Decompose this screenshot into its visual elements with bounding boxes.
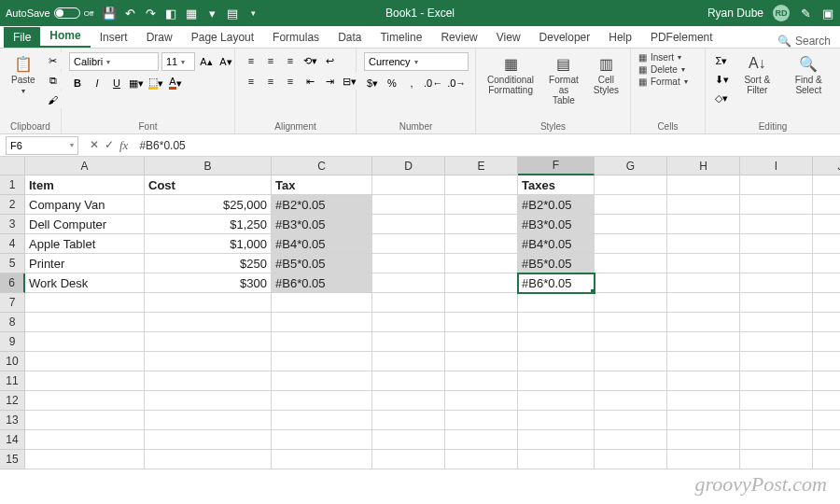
cell-A3[interactable]: Dell Computer (25, 215, 145, 234)
cell-G13[interactable] (595, 411, 667, 430)
italic-button[interactable]: I (89, 75, 105, 91)
cell-I8[interactable] (740, 313, 813, 332)
tab-page-layout[interactable]: Page Layout (182, 27, 263, 48)
cell-A13[interactable] (25, 411, 145, 430)
row-header-1[interactable]: 1 (0, 175, 25, 195)
cell-H11[interactable] (667, 371, 740, 391)
ribbon-options-icon[interactable]: ▣ (821, 7, 834, 20)
formula-input[interactable]: #B6*0.05 (133, 139, 840, 152)
cell-D3[interactable] (372, 215, 445, 234)
cell-E11[interactable] (445, 371, 518, 391)
cell-H1[interactable] (667, 175, 740, 195)
cell-G2[interactable] (595, 195, 667, 215)
autosum-icon[interactable]: Σ▾ (713, 52, 730, 69)
cell-E2[interactable] (445, 195, 518, 215)
cell-A2[interactable]: Company Van (25, 195, 145, 215)
cell-C2[interactable]: #B2*0.05 (272, 195, 372, 215)
cell-J8[interactable] (813, 313, 840, 332)
cell-G3[interactable] (595, 215, 667, 234)
cell-E15[interactable] (445, 450, 518, 469)
cell-area[interactable]: ItemCostTaxTaxesCompany Van$25,000#B2*0.… (25, 175, 840, 469)
cell-F7[interactable] (518, 293, 595, 313)
cell-B13[interactable] (145, 411, 272, 430)
underline-button[interactable]: U (108, 75, 125, 91)
cell-J7[interactable] (813, 293, 840, 313)
tab-home[interactable]: Home (40, 25, 90, 48)
cell-I4[interactable] (740, 234, 813, 254)
cell-B11[interactable] (145, 371, 272, 391)
tab-formulas[interactable]: Formulas (263, 27, 329, 48)
sort-filter-button[interactable]: A↓ Sort & Filter (735, 52, 779, 97)
search-box[interactable]: 🔍 Search (768, 35, 840, 48)
fx-icon[interactable]: fx (119, 138, 128, 153)
tab-draw[interactable]: Draw (137, 27, 182, 48)
cell-J4[interactable] (813, 234, 840, 254)
number-format-combo[interactable]: Currency▾ (364, 52, 469, 71)
row-header-9[interactable]: 9 (0, 332, 25, 352)
align-top-icon[interactable]: ≡ (243, 52, 259, 69)
qat-dropdown-icon[interactable]: ▾ (246, 7, 259, 20)
accept-formula-icon[interactable]: ✓ (105, 138, 114, 153)
tab-pdfelement[interactable]: PDFelement (641, 27, 722, 48)
tab-insert[interactable]: Insert (91, 27, 137, 48)
cell-F11[interactable] (518, 371, 595, 391)
align-middle-icon[interactable]: ≡ (262, 52, 279, 69)
cell-F9[interactable] (518, 332, 595, 352)
cell-G11[interactable] (595, 371, 667, 391)
cell-E4[interactable] (445, 234, 518, 254)
cell-D2[interactable] (372, 195, 445, 215)
cell-H4[interactable] (667, 234, 740, 254)
cell-styles-button[interactable]: ▥ Cell Styles (590, 52, 623, 97)
cell-H13[interactable] (667, 411, 740, 430)
cell-F10[interactable] (518, 352, 595, 371)
cell-F4[interactable]: #B4*0.05 (518, 234, 595, 254)
font-color-icon[interactable]: A▾ (167, 75, 184, 91)
cell-J6[interactable] (813, 273, 840, 293)
cell-B4[interactable]: $1,000 (145, 234, 272, 254)
cell-H2[interactable] (667, 195, 740, 215)
cell-F5[interactable]: #B5*0.05 (518, 254, 595, 273)
increase-decimal-icon[interactable]: .0← (423, 75, 443, 91)
row-header-8[interactable]: 8 (0, 313, 25, 332)
cell-G14[interactable] (595, 430, 667, 450)
cell-D4[interactable] (372, 234, 445, 254)
tab-data[interactable]: Data (329, 27, 371, 48)
cell-H9[interactable] (667, 332, 740, 352)
copy-icon[interactable]: ⧉ (45, 72, 62, 89)
cell-I5[interactable] (740, 254, 813, 273)
delete-cells-button[interactable]: ▦ Delete ▾ (638, 64, 688, 75)
column-headers[interactable]: ABCDEFGHIJ (25, 157, 840, 175)
font-size-combo[interactable]: 11▾ (161, 52, 195, 71)
tab-view[interactable]: View (487, 27, 530, 48)
border-icon[interactable]: ▦▾ (128, 75, 145, 91)
save-icon[interactable]: 💾 (103, 7, 116, 20)
cell-A14[interactable] (25, 430, 145, 450)
cell-C7[interactable] (272, 293, 372, 313)
cell-F3[interactable]: #B3*0.05 (518, 215, 595, 234)
cell-E3[interactable] (445, 215, 518, 234)
cell-I12[interactable] (740, 391, 813, 411)
cell-C14[interactable] (272, 430, 372, 450)
cell-E1[interactable] (445, 175, 518, 195)
cell-E7[interactable] (445, 293, 518, 313)
cell-F13[interactable] (518, 411, 595, 430)
cell-G10[interactable] (595, 352, 667, 371)
cell-A10[interactable] (25, 352, 145, 371)
cell-E12[interactable] (445, 391, 518, 411)
clear-icon[interactable]: ◇▾ (713, 90, 730, 106)
paste-button[interactable]: 📋 Paste ▾ (7, 52, 39, 97)
grow-font-icon[interactable]: A▴ (198, 53, 215, 70)
row-header-11[interactable]: 11 (0, 371, 25, 391)
cell-H3[interactable] (667, 215, 740, 234)
tab-timeline[interactable]: Timeline (371, 27, 431, 48)
cell-H8[interactable] (667, 313, 740, 332)
cell-D13[interactable] (372, 411, 445, 430)
cell-I15[interactable] (740, 450, 813, 469)
column-header-D[interactable]: D (372, 157, 445, 175)
name-box[interactable]: F6▾ (6, 136, 78, 155)
indent-decrease-icon[interactable]: ⇤ (301, 73, 318, 90)
cell-J9[interactable] (813, 332, 840, 352)
cell-C13[interactable] (272, 411, 372, 430)
cell-D10[interactable] (372, 352, 445, 371)
cell-C1[interactable]: Tax (272, 175, 372, 195)
